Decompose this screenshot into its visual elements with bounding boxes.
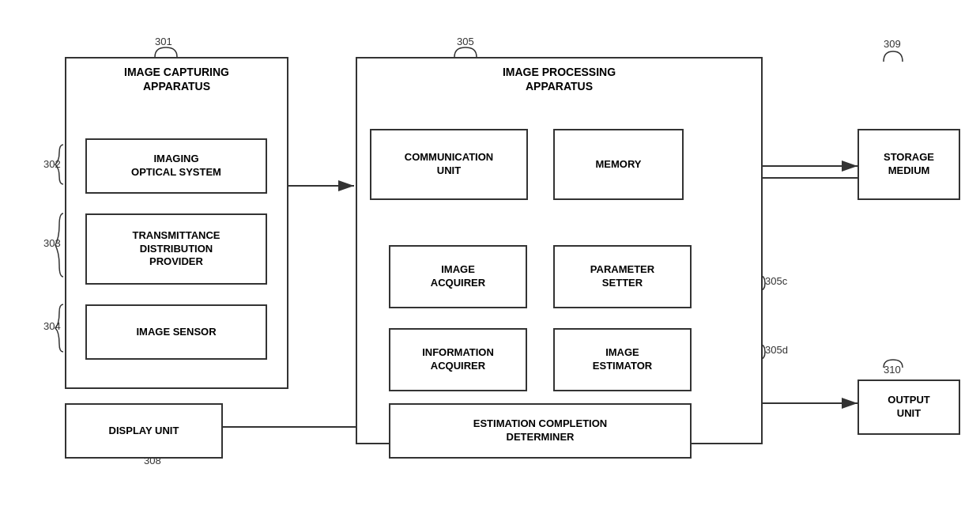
- output-unit: OUTPUT UNIT: [858, 380, 960, 435]
- image-estimator-label: IMAGE ESTIMATOR: [593, 346, 652, 373]
- storage-medium-label: STORAGE MEDIUM: [884, 151, 934, 178]
- label-309: 309: [884, 38, 901, 50]
- information-acquirer-label: INFORMATION ACQUIRER: [422, 346, 494, 373]
- label-303: 303: [43, 237, 61, 249]
- memory-label: MEMORY: [595, 158, 641, 172]
- image-acquirer: IMAGE ACQUIRER: [389, 245, 527, 308]
- imaging-optical-system: IMAGING OPTICAL SYSTEM: [85, 138, 267, 194]
- estimation-completion: ESTIMATION COMPLETION DETERMINER: [389, 403, 692, 459]
- image-processing-label: IMAGE PROCESSING APPARATUS: [357, 65, 761, 93]
- imaging-optical-label: IMAGING OPTICAL SYSTEM: [131, 153, 221, 179]
- image-acquirer-label: IMAGE ACQUIRER: [431, 263, 485, 290]
- memory: MEMORY: [553, 129, 684, 200]
- storage-medium: STORAGE MEDIUM: [858, 129, 960, 200]
- image-sensor: IMAGE SENSOR: [85, 304, 267, 360]
- output-unit-label: OUTPUT UNIT: [888, 394, 929, 421]
- transmittance-label: TRANSMITTANCE DISTRIBUTION PROVIDER: [133, 229, 220, 270]
- image-estimator: IMAGE ESTIMATOR: [553, 328, 692, 391]
- display-unit: DISPLAY UNIT: [65, 403, 223, 459]
- label-305: 305: [457, 36, 474, 47]
- label-310: 310: [884, 364, 901, 376]
- image-sensor-label: IMAGE SENSOR: [136, 326, 216, 339]
- label-304: 304: [43, 320, 61, 332]
- label-302: 302: [43, 158, 61, 170]
- communication-unit-label: COMMUNICATION UNIT: [405, 151, 493, 178]
- transmittance-distribution: TRANSMITTANCE DISTRIBUTION PROVIDER: [85, 213, 267, 285]
- image-capturing-label: IMAGE CAPTURING APPARATUS: [66, 65, 287, 93]
- label-305c: 305c: [765, 275, 787, 287]
- parameter-setter: PARAMETER SETTER: [553, 245, 692, 308]
- communication-unit: COMMUNICATION UNIT: [370, 129, 528, 200]
- information-acquirer: INFORMATION ACQUIRER: [389, 328, 527, 391]
- diagram: 301 302 303 304 305 305a 305b 305c 305d …: [0, 0, 980, 506]
- label-305d: 305d: [765, 344, 788, 356]
- display-unit-label: DISPLAY UNIT: [109, 425, 179, 438]
- estimation-completion-label: ESTIMATION COMPLETION DETERMINER: [473, 417, 607, 444]
- label-301: 301: [155, 36, 172, 47]
- parameter-setter-label: PARAMETER SETTER: [590, 263, 654, 290]
